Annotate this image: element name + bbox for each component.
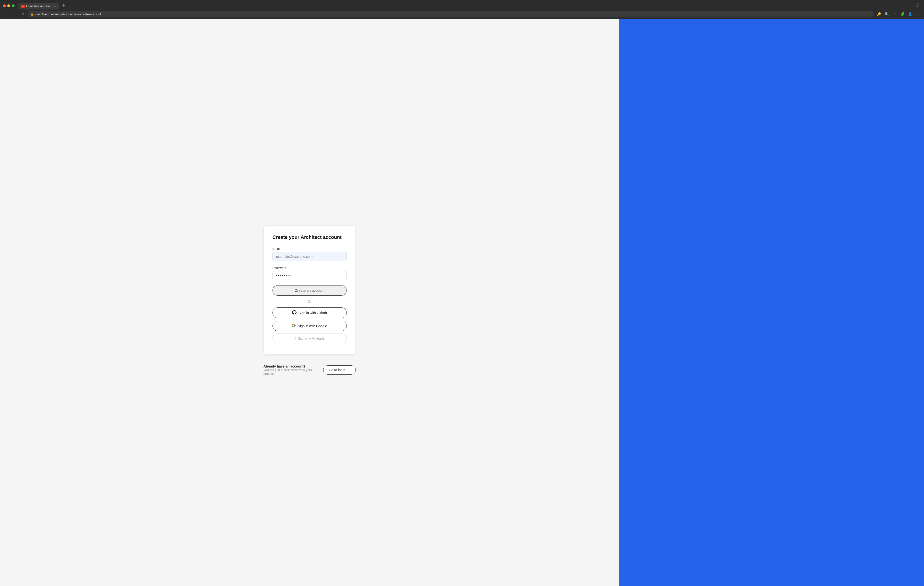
lock-icon: 🔒 (31, 13, 34, 16)
apple-signin-label: Sign in with Apple (298, 336, 325, 340)
or-divider: Or (272, 300, 347, 303)
key-icon[interactable]: 🔑 (876, 11, 882, 18)
github-signin-button[interactable]: Sign in with Github (272, 307, 347, 318)
tab-title: Essentialz Architect (26, 5, 51, 8)
extensions-icon[interactable]: 🧩 (899, 11, 906, 18)
close-traffic-light[interactable] (3, 4, 6, 7)
already-sub: You are just a click away from your proj… (264, 368, 314, 376)
url-bar[interactable]: 🔒 dashboard.essentialz.io/access/create-… (28, 11, 873, 17)
card-title: Create your Architect account (272, 235, 347, 240)
google-icon (292, 324, 296, 328)
new-tab-button[interactable]: + (60, 2, 67, 9)
address-bar: ← → ↻ 🔒 dashboard.essentialz.io/access/c… (0, 9, 924, 19)
left-section: Create your Architect account Email Pass… (0, 19, 619, 586)
password-label: Password (272, 266, 347, 270)
menu-icon[interactable]: ⋮ (914, 11, 921, 18)
goto-login-button[interactable]: Go to login → (323, 365, 356, 374)
browser-circle-icon (916, 3, 919, 7)
google-signin-button[interactable]: Sign in with Google (272, 321, 347, 331)
right-section-blue (619, 19, 924, 586)
refresh-button[interactable]: ↻ (20, 11, 26, 18)
nav-buttons: ← → ↻ (3, 11, 26, 18)
profile-icon[interactable]: 👤 (906, 11, 913, 18)
minimize-traffic-light[interactable] (7, 4, 10, 7)
arrow-icon: → (347, 368, 350, 372)
already-account-text: Already have an account? You are just a … (264, 364, 314, 376)
tab-close-button[interactable]: ✕ (53, 5, 56, 8)
create-account-button[interactable]: Create an account (272, 285, 347, 296)
signup-card: Create your Architect account Email Pass… (264, 225, 356, 355)
google-signin-label: Sign in with Google (298, 324, 327, 328)
email-input[interactable] (272, 252, 347, 261)
already-title: Already have an account? (264, 364, 314, 368)
browser-chrome: E Essentialz Architect ✕ + ← → ↻ 🔒 dashb… (0, 0, 924, 19)
back-button[interactable]: ← (3, 11, 10, 18)
page-content: Create your Architect account Email Pass… (0, 19, 924, 586)
email-label: Email (272, 247, 347, 250)
toolbar-icons: 🔑 🔍 ☆ 🧩 👤 ⋮ (876, 11, 921, 18)
bottom-section: Already have an account? You are just a … (264, 359, 356, 379)
star-icon[interactable]: ☆ (891, 11, 898, 18)
apple-signin-button[interactable]:  Sign in with Apple (272, 334, 347, 343)
maximize-traffic-light[interactable] (12, 4, 15, 7)
github-signin-label: Sign in with Github (299, 311, 327, 315)
password-input[interactable] (272, 271, 347, 280)
url-text: dashboard.essentialz.io/access/create-ac… (35, 12, 101, 16)
tab-favicon: E (21, 5, 25, 8)
email-form-group: Email (272, 247, 347, 261)
goto-login-label: Go to login (329, 368, 345, 372)
zoom-icon[interactable]: 🔍 (883, 11, 890, 18)
traffic-lights (3, 4, 15, 7)
github-icon (292, 310, 297, 315)
tab-bar: E Essentialz Architect ✕ + (18, 2, 914, 10)
apple-icon:  (295, 337, 296, 340)
forward-button[interactable]: → (11, 11, 18, 18)
active-tab[interactable]: E Essentialz Architect ✕ (18, 3, 59, 10)
password-form-group: Password (272, 266, 347, 280)
